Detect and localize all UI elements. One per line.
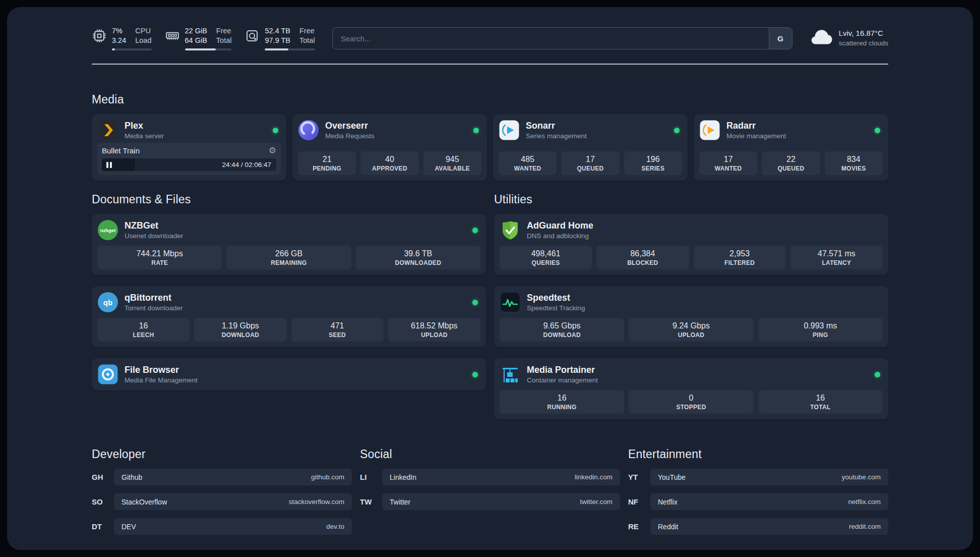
- qbittorrent-icon: qb: [97, 292, 118, 313]
- stat-label: AVAILABLE: [435, 165, 470, 172]
- service-subtitle: Media Requests: [325, 132, 375, 140]
- stat-value: 39.6 TB: [404, 249, 432, 258]
- card-plex[interactable]: Plex Media server Bullet Train ⚙ 24:44 /…: [92, 114, 286, 181]
- status-dot: [875, 128, 880, 133]
- stat-label: WANTED: [514, 165, 541, 172]
- adguard-icon: [500, 219, 521, 241]
- bookmark-group-social: Social LI LinkedIn linkedin.com TW Twitt…: [360, 448, 620, 535]
- status-dot: [875, 372, 880, 377]
- stat-label: DOWNLOADED: [395, 259, 441, 266]
- service-name: Sonarr: [526, 121, 587, 131]
- search-bar: G: [332, 27, 792, 49]
- bookmark-link-youtube[interactable]: YouTube youtube.com: [650, 469, 888, 485]
- bookmark-name: DEV: [121, 523, 136, 531]
- bookmark-name: StackOverflow: [121, 498, 167, 506]
- settings-gear-icon[interactable]: ⚙: [269, 146, 276, 155]
- memory-total-value: 64 GiB: [185, 36, 207, 45]
- svg-text:qb: qb: [103, 298, 112, 307]
- status-dot: [473, 128, 479, 133]
- stat-tile: 834 MOVIES: [825, 151, 883, 175]
- stat-label: FILTERED: [724, 259, 755, 266]
- disk-total-label: Total: [299, 36, 315, 45]
- memory-free-value: 22 GiB: [185, 26, 207, 36]
- resource-widgets: 7% 3.24 CPU Load: [92, 26, 315, 50]
- stat-value: 2,953: [729, 249, 750, 258]
- stat-label: REMAINING: [271, 259, 307, 266]
- bookmark-name: Netflix: [658, 498, 678, 506]
- stat-value: 17: [724, 155, 733, 164]
- bookmark-link-github[interactable]: Github github.com: [114, 469, 352, 485]
- playback-progress-bar[interactable]: 24:44 / 02:06:47: [102, 158, 276, 171]
- bookmark-url: netflix.com: [848, 498, 881, 506]
- stat-tile: 22 QUEUED: [762, 151, 820, 175]
- bookmark-link-reddit[interactable]: Reddit reddit.com: [650, 518, 888, 535]
- stat-value: 9.24 Gbps: [672, 321, 710, 330]
- stat-label: QUERIES: [532, 259, 560, 266]
- section-title-documents: Documents & Files: [92, 193, 486, 206]
- stat-tile: 2,953 FILTERED: [694, 246, 786, 269]
- bookmark-url: twitter.com: [580, 498, 612, 506]
- bookmark-link-netflix[interactable]: Netflix netflix.com: [650, 493, 888, 510]
- stat-label: SEED: [329, 331, 346, 339]
- search-provider-button[interactable]: G: [769, 28, 792, 49]
- cpu-load-label: Load: [135, 36, 151, 45]
- stat-tile: 16 LEECH: [97, 318, 190, 342]
- stat-tile: 9.65 Gbps DOWNLOAD: [500, 318, 624, 342]
- bookmark-url: dev.to: [326, 523, 344, 530]
- stat-value: 1.19 Gbps: [222, 321, 259, 330]
- card-radarr[interactable]: Radarr Movie management 17 WANTED 22 QUE…: [694, 114, 888, 181]
- card-filebrowser[interactable]: File Browser Media File Management: [92, 358, 486, 391]
- service-name: Radarr: [726, 121, 786, 131]
- stat-tile: 17 QUEUED: [561, 151, 619, 175]
- stat-value: 618.52 Mbps: [411, 321, 458, 330]
- bookmark-abbr: SO: [92, 497, 114, 506]
- overseerr-icon: [298, 120, 319, 141]
- service-subtitle: Container management: [527, 376, 598, 384]
- service-subtitle: Usenet downloader: [125, 232, 183, 240]
- stat-tile: 485 WANTED: [499, 151, 557, 175]
- card-speedtest[interactable]: Speedtest Speedtest Tracking 9.65 Gbps D…: [494, 286, 888, 347]
- bookmark-url: reddit.com: [849, 523, 881, 530]
- stat-label: QUEUED: [777, 165, 804, 172]
- stat-value: 21: [323, 155, 332, 164]
- card-adguard[interactable]: AdGuard Home DNS and adblocking 498,461 …: [494, 214, 888, 275]
- stat-value: 945: [446, 155, 459, 164]
- stat-tile: 498,461 QUERIES: [500, 246, 592, 269]
- service-subtitle: Torrent downloader: [125, 304, 183, 312]
- stat-label: UPLOAD: [421, 331, 447, 339]
- disk-free-label: Free: [299, 26, 315, 36]
- card-portainer[interactable]: Media Portainer Container management 16 …: [494, 358, 888, 419]
- card-overseerr[interactable]: Overseerr Media Requests 21 PENDING 40 A…: [292, 114, 487, 181]
- stat-tile: 9.24 Gbps UPLOAD: [629, 318, 753, 342]
- pause-button[interactable]: [106, 162, 112, 168]
- weather-widget: Lviv, 16.87°C scattered clouds: [810, 27, 888, 50]
- resource-widget-memory: 22 GiB 64 GiB Free Total: [165, 26, 232, 50]
- bookmark-url: stackoverflow.com: [289, 498, 344, 506]
- stat-value: 40: [385, 155, 394, 164]
- stat-tile: 0 STOPPED: [629, 390, 753, 414]
- bookmark-abbr: LI: [360, 473, 382, 481]
- bookmark-url: github.com: [311, 473, 344, 481]
- bookmark-link-stackoverflow[interactable]: StackOverflow stackoverflow.com: [114, 493, 352, 510]
- stat-value: 16: [816, 394, 825, 403]
- stat-tile: 471 SEED: [291, 318, 384, 342]
- playback-time: 24:44 / 02:06:47: [222, 161, 271, 169]
- stat-value: 17: [586, 155, 595, 164]
- disk-usage-bar: [265, 48, 315, 50]
- stat-value: 266 GB: [275, 249, 302, 258]
- stat-value: 744.21 Mbps: [136, 249, 183, 258]
- card-sonarr[interactable]: Sonarr Series management 485 WANTED 17 Q…: [493, 114, 688, 181]
- status-dot: [472, 228, 478, 233]
- card-nzbget[interactable]: nzbget NZBGet Usenet downloader 744.21 M…: [92, 214, 486, 275]
- bookmark-abbr: GH: [92, 473, 114, 481]
- bookmark-link-dev[interactable]: DEV dev.to: [114, 518, 352, 535]
- card-qbittorrent[interactable]: qb qBittorrent Torrent downloader 16 LEE…: [92, 286, 486, 347]
- service-name: Media Portainer: [527, 365, 598, 375]
- search-input[interactable]: [333, 28, 769, 49]
- stat-value: 0.993 ms: [804, 321, 837, 330]
- bookmark-link-twitter[interactable]: Twitter twitter.com: [382, 493, 620, 510]
- stat-value: 16: [558, 394, 567, 403]
- bookmark-link-linkedin[interactable]: LinkedIn linkedin.com: [382, 469, 620, 485]
- stat-label: TOTAL: [810, 404, 830, 411]
- plex-icon: [97, 120, 118, 141]
